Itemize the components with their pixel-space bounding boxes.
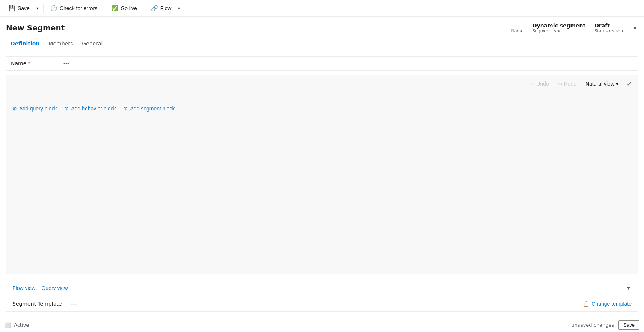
status-active-label: Active — [14, 322, 29, 328]
toolbar: 💾 Save ▾ 🕐 Check for errors ✅ Go live 🔗 … — [0, 0, 644, 17]
query-view-button[interactable]: Query view — [41, 285, 68, 291]
toolbar-divider-1 — [43, 4, 44, 13]
save-dropdown-button[interactable]: ▾ — [35, 4, 40, 13]
tabs: Definition Members General — [0, 38, 644, 50]
segment-template-value: --- — [71, 301, 77, 307]
tab-general[interactable]: General — [77, 38, 107, 50]
save-icon: 💾 — [8, 5, 15, 12]
add-segment-block-button[interactable]: ⊕ Add segment block — [123, 104, 175, 113]
header-right: --- Name Dynamic segment Segment type Dr… — [511, 23, 638, 33]
redo-icon: ↪ — [558, 81, 563, 87]
header-segment-type-value: Dynamic segment — [532, 23, 585, 29]
flow-dropdown-button[interactable]: ▾ — [176, 4, 182, 13]
bottom-panel: Flow view Query view ▾ Segment Template … — [6, 279, 638, 312]
flow-icon: 🔗 — [151, 5, 158, 12]
add-blocks: ⊕ Add query block ⊕ Add behavior block ⊕… — [12, 104, 632, 113]
undo-button[interactable]: ↩ Undo — [528, 79, 551, 88]
bottom-panel-views: Flow view Query view — [12, 285, 68, 291]
main-content: Name * --- ↩ Undo ↪ Redo Natural view ▾ … — [0, 50, 644, 318]
segment-template-label: Segment Template — [12, 301, 65, 307]
unsaved-changes-label: unsaved changes — [571, 322, 614, 328]
header-name-label: Name — [511, 29, 523, 33]
status-bar: ⬜ Active unsaved changes Save — [0, 318, 644, 332]
segment-template-row: Segment Template --- — [12, 301, 77, 307]
required-indicator: * — [28, 60, 30, 66]
collapse-icon: ▾ — [627, 285, 630, 291]
check-errors-icon: 🕐 — [50, 5, 57, 12]
go-live-label: Go live — [121, 5, 137, 11]
bottom-panel-header[interactable]: Flow view Query view ▾ — [6, 279, 638, 297]
page-title: New Segment — [6, 23, 65, 32]
check-errors-label: Check for errors — [60, 5, 97, 11]
name-row: Name * --- — [6, 56, 638, 71]
add-behavior-icon: ⊕ — [64, 106, 69, 112]
status-right: unsaved changes Save — [571, 320, 639, 330]
fullscreen-button[interactable]: ⤢ — [625, 78, 633, 89]
natural-view-chevron-icon: ▾ — [616, 81, 618, 87]
save-button[interactable]: 💾 Save — [5, 3, 33, 14]
status-active-icon: ⬜ — [5, 322, 11, 328]
definition-toolbar: ↩ Undo ↪ Redo Natural view ▾ ⤢ — [6, 75, 638, 92]
add-behavior-block-button[interactable]: ⊕ Add behavior block — [64, 104, 116, 113]
add-query-block-button[interactable]: ⊕ Add query block — [12, 104, 57, 113]
add-segment-icon: ⊕ — [123, 106, 128, 112]
flow-label: Flow — [160, 5, 172, 11]
flow-view-button[interactable]: Flow view — [12, 285, 35, 291]
change-template-icon: 📋 — [583, 301, 589, 307]
header-name-meta: --- Name — [511, 23, 523, 33]
toolbar-divider-2 — [104, 4, 104, 13]
page-header: New Segment --- Name Dynamic segment Seg… — [0, 17, 644, 38]
redo-button[interactable]: ↪ Redo — [556, 79, 579, 88]
definition-body: ⊕ Add query block ⊕ Add behavior block ⊕… — [6, 92, 638, 274]
toolbar-divider-3 — [144, 4, 144, 13]
name-field-label: Name * — [11, 60, 63, 66]
add-query-icon: ⊕ — [12, 106, 17, 112]
header-segment-type-label: Segment type — [532, 29, 562, 33]
header-status-reason-meta: Draft Status reason — [594, 23, 623, 33]
expand-icon: ⤢ — [627, 80, 632, 87]
header-status-value: Draft — [594, 23, 610, 29]
status-save-button[interactable]: Save — [618, 320, 639, 330]
header-status-label: Status reason — [594, 29, 623, 33]
flow-button[interactable]: 🔗 Flow — [147, 3, 175, 14]
tab-members[interactable]: Members — [44, 38, 77, 50]
tab-definition[interactable]: Definition — [6, 38, 44, 50]
go-live-button[interactable]: ✅ Go live — [107, 3, 141, 14]
status-left: ⬜ Active — [5, 322, 29, 328]
name-field-value: --- — [63, 60, 69, 66]
save-label: Save — [18, 5, 30, 11]
header-expand-button[interactable]: ▾ — [632, 23, 638, 33]
undo-icon: ↩ — [530, 81, 535, 87]
check-errors-button[interactable]: 🕐 Check for errors — [47, 3, 101, 14]
bottom-panel-collapse-button[interactable]: ▾ — [626, 283, 632, 293]
header-segment-type-meta: Dynamic segment Segment type — [532, 23, 585, 33]
go-live-icon: ✅ — [111, 5, 118, 12]
definition-panel: ↩ Undo ↪ Redo Natural view ▾ ⤢ ⊕ Add que… — [6, 75, 638, 274]
bottom-panel-content: Segment Template --- 📋 Change template — [6, 297, 638, 311]
natural-view-button[interactable]: Natural view ▾ — [583, 79, 621, 88]
change-template-button[interactable]: 📋 Change template — [583, 301, 632, 307]
header-name-value: --- — [511, 23, 517, 29]
